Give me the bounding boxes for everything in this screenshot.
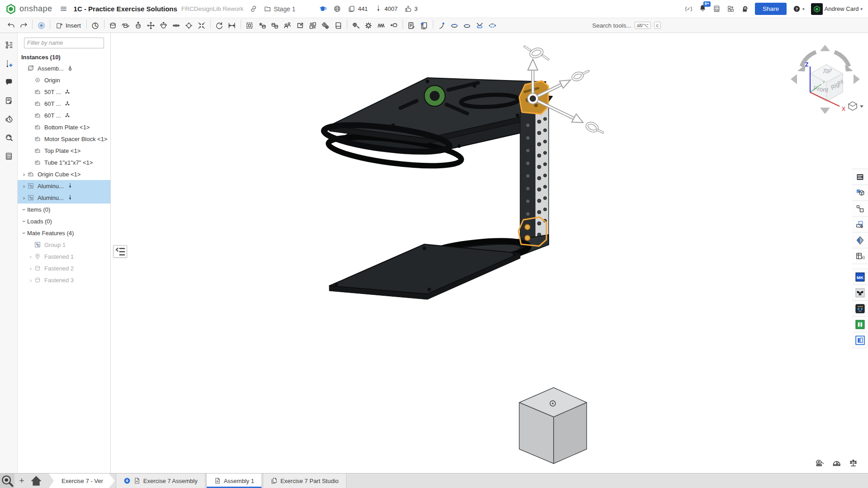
context-icon[interactable] — [35, 19, 47, 31]
people-icon[interactable] — [281, 19, 294, 31]
expander-icon[interactable] — [28, 277, 34, 284]
share-button[interactable]: Share — [755, 3, 787, 15]
audit-icon[interactable] — [2, 130, 15, 145]
tape-icon[interactable] — [815, 458, 825, 468]
spring-icon[interactable] — [375, 19, 388, 31]
row-fastened-3[interactable]: Fastened 3 — [18, 274, 110, 286]
app-butterfly-icon[interactable] — [852, 285, 868, 301]
user-menu[interactable]: Andrew Card ▾ — [811, 3, 863, 15]
link-icon[interactable] — [250, 5, 257, 13]
appearance-icon[interactable] — [332, 19, 345, 31]
loft-icon[interactable] — [448, 19, 461, 31]
expander-icon[interactable] — [21, 218, 27, 225]
row-loads-header[interactable]: Loads (0) — [18, 215, 110, 227]
redo-icon[interactable] — [17, 19, 30, 31]
clock-icon[interactable] — [89, 19, 102, 31]
gear-icon[interactable] — [362, 19, 375, 31]
copies-stat[interactable]: 441 — [348, 5, 368, 13]
protractor-icon[interactable] — [832, 458, 841, 468]
row-aluminum-1[interactable]: Aluminu... — [18, 180, 110, 192]
app-mk-icon[interactable]: MK — [852, 269, 868, 285]
row-origin-cube[interactable]: Origin Cube <1> — [18, 168, 110, 180]
expander-icon[interactable] — [21, 194, 27, 201]
row-top-plate[interactable]: Top Plate <1> — [18, 145, 110, 156]
app-green-book-icon[interactable] — [852, 317, 868, 332]
versions-icon[interactable] — [2, 38, 15, 52]
new-tab-button[interactable]: + — [14, 474, 29, 488]
dof-icon[interactable] — [67, 183, 73, 189]
surface-icon[interactable] — [461, 19, 474, 31]
app-blue-book-icon[interactable] — [852, 332, 868, 348]
row-mate-features-header[interactable]: Mate Features (4) — [18, 227, 110, 239]
table-func-icon[interactable]: x) — [852, 248, 868, 264]
revolute-icon[interactable] — [64, 100, 71, 107]
rotate-tool-icon[interactable] — [157, 19, 170, 31]
folder-location[interactable]: Stage 1 — [264, 5, 295, 13]
row-tube[interactable]: Tube 1"x1"x7" <1> — [18, 156, 110, 168]
expander-icon[interactable] — [28, 265, 34, 272]
replicate-icon[interactable] — [256, 19, 269, 31]
education-icon[interactable] — [319, 5, 327, 13]
row-60t-a[interactable]: 60T ... — [18, 98, 110, 109]
belt-icon[interactable] — [388, 19, 400, 31]
comments-icon[interactable] — [2, 75, 15, 89]
tasks-check-icon[interactable]: {✓} — [685, 5, 693, 13]
configurations-icon[interactable] — [350, 19, 362, 31]
row-60t-b[interactable]: 60T ... — [18, 109, 110, 121]
interference-icon[interactable] — [319, 19, 332, 31]
tab-assembly-1[interactable]: Assembly 1 — [206, 474, 262, 488]
publication-icon[interactable] — [418, 19, 431, 31]
find-tabs-button[interactable] — [0, 474, 14, 488]
references-icon[interactable] — [2, 56, 15, 71]
fixed-icon[interactable] — [67, 65, 73, 71]
insert-button[interactable]: Insert — [52, 20, 84, 31]
rotate-ccw-icon[interactable] — [213, 19, 226, 31]
planar-tool-icon[interactable] — [183, 19, 195, 31]
tab-exercise-7-part-studio[interactable]: Exercise 7 Part Studio — [263, 474, 346, 488]
expander-icon[interactable] — [28, 253, 34, 260]
slider-tool-icon[interactable] — [170, 19, 183, 31]
row-items-header[interactable]: Items (0) — [18, 204, 110, 215]
sketch-panel-icon[interactable] — [852, 217, 868, 232]
boundary-icon[interactable] — [486, 19, 499, 31]
expander-icon[interactable] — [21, 230, 27, 237]
tab-exercise-7-assembly[interactable]: Exercise 7 Assembly — [116, 474, 205, 488]
gem-icon[interactable] — [852, 232, 868, 248]
expander-icon[interactable] — [21, 206, 27, 213]
activity-stat[interactable]: 4007 — [375, 5, 398, 13]
assistant-button[interactable] — [741, 5, 749, 13]
tree-structure-popup-button[interactable] — [113, 245, 127, 258]
row-assembly-root[interactable]: Assemb... — [18, 62, 110, 74]
likes-stat[interactable]: 3 — [404, 5, 417, 13]
dof-icon[interactable] — [67, 194, 73, 201]
home-tab-button[interactable] — [29, 474, 43, 488]
public-globe-icon[interactable] — [333, 5, 341, 13]
drawing-icon[interactable] — [405, 19, 418, 31]
app-robot-icon[interactable] — [852, 301, 868, 317]
row-fastened-2[interactable]: Fastened 2 — [18, 262, 110, 274]
undo-icon[interactable] — [5, 19, 17, 31]
onshape-logo[interactable]: onshape — [5, 4, 52, 14]
help-menu[interactable]: ? ▾ — [793, 5, 805, 13]
row-bottom-plate[interactable]: Bottom Plate <1> — [18, 121, 110, 133]
row-group-1[interactable]: Group 1 — [18, 239, 110, 251]
dimension-icon[interactable] — [226, 19, 238, 31]
sweep-icon[interactable] — [474, 19, 486, 31]
timer-icon[interactable] — [2, 112, 15, 126]
menu-icon[interactable] — [60, 5, 67, 13]
revolute-tool-icon[interactable] — [119, 19, 132, 31]
named-positions-icon[interactable] — [243, 19, 256, 31]
filter-input[interactable] — [24, 38, 104, 48]
search-tools[interactable]: Search tools... alt/⌥ c — [592, 22, 661, 29]
insert-part-icon[interactable] — [294, 19, 307, 31]
tasklist-icon[interactable] — [2, 149, 15, 163]
linked-docs-icon[interactable] — [852, 201, 868, 217]
view-cube[interactable]: Top Front Right Y Z X — [783, 38, 867, 121]
row-aluminum-2[interactable]: Aluminu... — [18, 192, 110, 204]
revolute-icon[interactable] — [64, 89, 71, 95]
mate-icon[interactable] — [107, 19, 119, 31]
notifications-button[interactable]: 9+ — [699, 4, 707, 14]
apps-button[interactable] — [727, 5, 735, 13]
row-origin[interactable]: Origin — [18, 74, 110, 86]
snap-icon[interactable] — [195, 19, 208, 31]
